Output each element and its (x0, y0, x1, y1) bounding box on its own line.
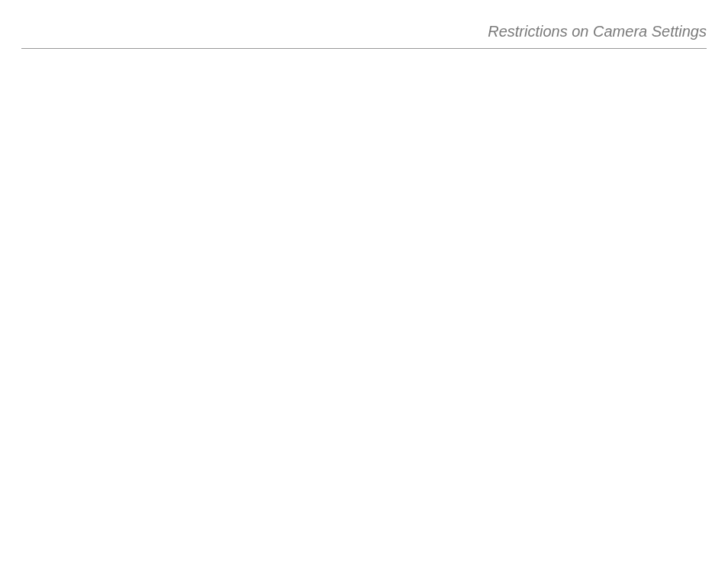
title-rule (21, 48, 707, 49)
page: Restrictions on Camera Settings (0, 0, 728, 571)
page-title: Restrictions on Camera Settings (21, 23, 707, 40)
